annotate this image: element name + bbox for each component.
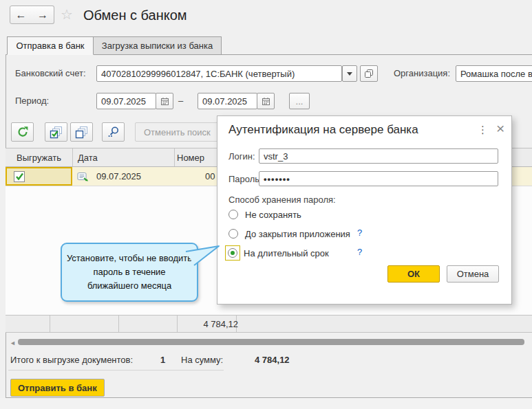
footer-divider (177, 316, 178, 332)
period-label: Период: (15, 96, 49, 106)
favorite-star-icon[interactable]: ☆ (61, 8, 73, 21)
date-from-input[interactable] (96, 93, 156, 109)
upload-checkbox[interactable] (14, 171, 25, 182)
command-bar-separator (8, 370, 224, 371)
login-label: Логин: (228, 151, 255, 162)
footer-total-amount: 4 784,12 (203, 316, 238, 332)
uncheck-all-icon (75, 126, 88, 139)
refresh-icon (17, 126, 29, 138)
summary-docs-label: Итого к выгрузке документов: (10, 355, 133, 365)
tooltip-callout-arrow (183, 239, 222, 268)
period-more-button[interactable]: ... (289, 93, 310, 109)
open-in-window-icon (364, 69, 374, 78)
radio-option-no-save[interactable]: Не сохранять (228, 207, 301, 222)
tooltip-line: Установите, чтобы не вводить (67, 252, 192, 265)
column-header-upload[interactable]: Выгружать (6, 148, 72, 166)
radio-label: На длительный срок (244, 248, 329, 258)
search-button[interactable] (102, 122, 125, 142)
dialog-menu-icon[interactable]: ⋮ (478, 124, 488, 136)
horizontal-scrollbar-thumb[interactable] (18, 339, 524, 345)
summary-docs-value: 1 (160, 355, 165, 365)
uncheck-all-button[interactable] (70, 122, 93, 142)
account-input[interactable] (96, 65, 342, 82)
calendar-icon (262, 97, 270, 106)
nav-back-button[interactable]: ← (10, 5, 32, 24)
date-to-calendar-button[interactable] (257, 93, 275, 109)
ellipsis-icon: ... (296, 96, 304, 107)
tooltip-bubble: Установите, чтобы не вводить пароль в те… (61, 243, 198, 302)
column-divider (174, 148, 175, 166)
page-title: Обмен с банком (83, 8, 187, 23)
row-date: 09.07.2025 (96, 171, 141, 181)
radio-option-until-close[interactable]: До закрытия приложения (228, 226, 350, 241)
organization-label: Организация: (394, 68, 450, 78)
bank-auth-dialog: Аутентификация на сервере банка ⋮ × Логи… (217, 115, 512, 305)
document-icon (77, 172, 89, 184)
radio-option-long-term[interactable]: На длительный срок (228, 245, 329, 261)
tooltip-line: ближайшего месяца (87, 279, 171, 293)
upload-cell-selected[interactable] (6, 167, 72, 186)
date-from-calendar-button[interactable] (156, 93, 173, 109)
organization-input[interactable] (456, 65, 532, 82)
refresh-button[interactable] (11, 122, 34, 142)
row-number-partial: 00 (205, 171, 217, 181)
password-input[interactable] (259, 171, 498, 186)
radio-focus-outline (225, 245, 240, 261)
tab-load-statement[interactable]: Загрузка выписки из банка (94, 36, 222, 55)
forward-arrow-icon: → (37, 9, 48, 21)
scrollbar-left-arrow[interactable]: ◄ (10, 340, 16, 346)
account-open-button[interactable] (360, 65, 378, 82)
date-to-input[interactable] (198, 93, 257, 109)
outside-panel-background (0, 398, 532, 409)
tooltip-line: пароль в течение (93, 265, 165, 279)
checkmark-icon (15, 172, 24, 181)
column-divider (72, 148, 73, 166)
radio-selected-icon (228, 248, 237, 258)
tab-send-to-bank[interactable]: Отправка в банк (7, 36, 94, 55)
check-all-button[interactable] (45, 122, 67, 142)
dialog-title: Аутентификация на сервере банка (228, 123, 418, 137)
close-icon[interactable]: × (496, 120, 504, 137)
check-all-icon (50, 126, 63, 139)
storage-method-label: Способ хранения пароля: (228, 195, 336, 205)
back-arrow-icon: ← (16, 9, 27, 21)
bank-exchange-screen: ← → ☆ Обмен с банком Отправка в банк Заг… (0, 0, 532, 409)
help-icon[interactable]: ? (357, 228, 362, 238)
radio-icon (228, 229, 238, 239)
column-header-date[interactable]: Дата (78, 148, 174, 166)
footer-divider (50, 316, 50, 332)
account-label: Банковский счет: (15, 68, 86, 78)
radio-label: До закрытия приложения (245, 229, 350, 239)
search-icon (107, 126, 120, 138)
calendar-icon (160, 97, 169, 106)
summary-sum-label: На сумму: (181, 355, 223, 365)
login-input[interactable] (259, 148, 498, 164)
password-label: Пароль: (228, 174, 262, 184)
table-footer: 4 784,12 (6, 315, 532, 333)
help-icon[interactable]: ? (357, 247, 362, 257)
chevron-down-icon (347, 72, 352, 76)
radio-label: Не сохранять (245, 210, 301, 220)
nav-forward-button[interactable]: → (32, 5, 54, 24)
radio-icon (228, 210, 238, 219)
ok-button[interactable]: ОК (387, 265, 440, 283)
cancel-button[interactable]: Отмена (447, 265, 499, 283)
summary-sum-value: 4 784,12 (255, 355, 290, 365)
send-to-bank-button[interactable]: Отправить в банк (10, 379, 105, 397)
account-dropdown-button[interactable] (342, 65, 357, 82)
period-dash: – (178, 96, 183, 106)
footer-divider (118, 316, 119, 332)
